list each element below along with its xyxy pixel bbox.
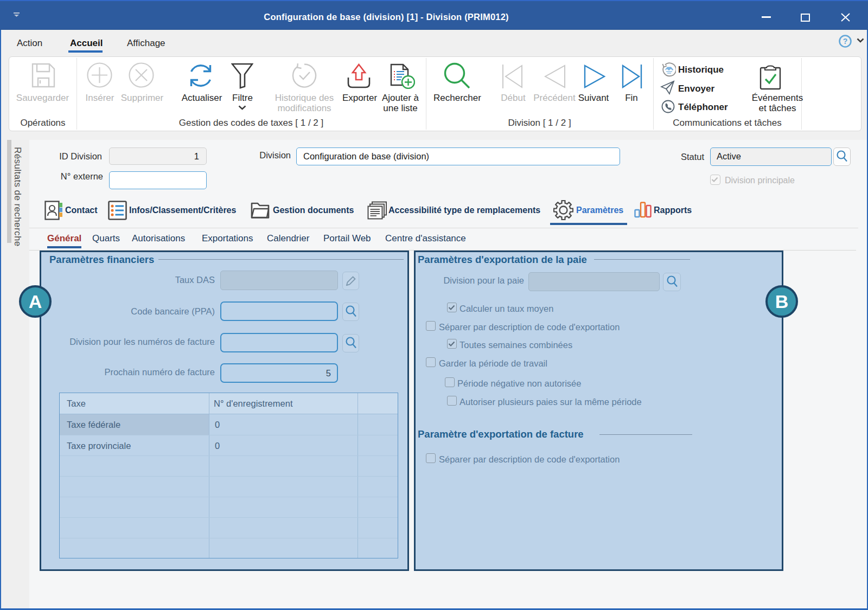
svg-text:?: ? (843, 37, 848, 46)
